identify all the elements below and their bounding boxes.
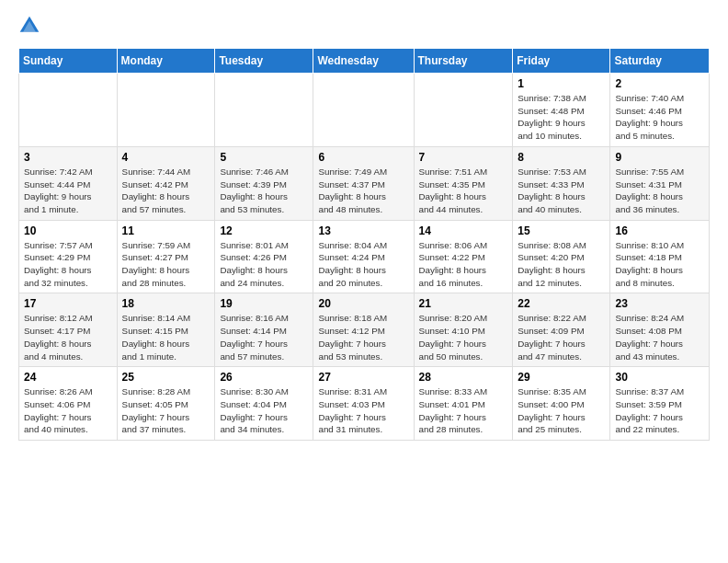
calendar-cell: 18Sunrise: 8:14 AM Sunset: 4:15 PM Dayli… xyxy=(117,293,215,367)
day-info: Sunrise: 7:46 AM Sunset: 4:39 PM Dayligh… xyxy=(220,166,308,216)
weekday-header-monday: Monday xyxy=(117,49,215,74)
calendar-week-row: 17Sunrise: 8:12 AM Sunset: 4:17 PM Dayli… xyxy=(19,293,710,367)
weekday-header-sunday: Sunday xyxy=(19,49,118,74)
calendar-cell: 23Sunrise: 8:24 AM Sunset: 4:08 PM Dayli… xyxy=(610,293,710,367)
weekday-header-tuesday: Tuesday xyxy=(215,49,313,74)
calendar-cell: 13Sunrise: 8:04 AM Sunset: 4:24 PM Dayli… xyxy=(313,220,414,293)
day-number: 26 xyxy=(220,371,308,384)
day-info: Sunrise: 8:18 AM Sunset: 4:12 PM Dayligh… xyxy=(318,312,408,362)
calendar-cell: 26Sunrise: 8:30 AM Sunset: 4:04 PM Dayli… xyxy=(215,367,313,441)
calendar-week-row: 10Sunrise: 7:57 AM Sunset: 4:29 PM Dayli… xyxy=(19,220,710,293)
calendar-cell: 30Sunrise: 8:37 AM Sunset: 3:59 PM Dayli… xyxy=(610,367,710,441)
day-number: 8 xyxy=(518,151,605,164)
day-number: 14 xyxy=(419,224,508,237)
day-number: 13 xyxy=(318,224,408,237)
weekday-header-row: SundayMondayTuesdayWednesdayThursdayFrid… xyxy=(19,49,710,74)
day-number: 18 xyxy=(122,297,210,310)
day-info: Sunrise: 8:37 AM Sunset: 3:59 PM Dayligh… xyxy=(615,385,704,436)
calendar-cell xyxy=(117,74,215,147)
calendar-cell: 25Sunrise: 8:28 AM Sunset: 4:05 PM Dayli… xyxy=(117,367,215,441)
day-number: 9 xyxy=(615,151,704,164)
day-number: 29 xyxy=(518,371,605,384)
day-info: Sunrise: 8:04 AM Sunset: 4:24 PM Dayligh… xyxy=(318,239,408,290)
logo-icon xyxy=(18,15,40,37)
calendar-cell: 27Sunrise: 8:31 AM Sunset: 4:03 PM Dayli… xyxy=(313,367,414,441)
calendar-cell: 15Sunrise: 8:08 AM Sunset: 4:20 PM Dayli… xyxy=(513,220,610,293)
day-info: Sunrise: 7:51 AM Sunset: 4:35 PM Dayligh… xyxy=(419,166,508,216)
day-info: Sunrise: 7:44 AM Sunset: 4:42 PM Dayligh… xyxy=(122,166,210,216)
calendar-cell xyxy=(313,74,414,147)
calendar-cell: 10Sunrise: 7:57 AM Sunset: 4:29 PM Dayli… xyxy=(19,220,118,293)
day-info: Sunrise: 7:55 AM Sunset: 4:31 PM Dayligh… xyxy=(615,166,704,216)
day-number: 16 xyxy=(615,224,704,237)
calendar-cell: 21Sunrise: 8:20 AM Sunset: 4:10 PM Dayli… xyxy=(414,293,513,367)
calendar-cell: 6Sunrise: 7:49 AM Sunset: 4:37 PM Daylig… xyxy=(313,146,414,220)
calendar-cell: 11Sunrise: 7:59 AM Sunset: 4:27 PM Dayli… xyxy=(117,220,215,293)
weekday-header-friday: Friday xyxy=(513,49,610,74)
calendar-cell: 29Sunrise: 8:35 AM Sunset: 4:00 PM Dayli… xyxy=(513,367,610,441)
day-info: Sunrise: 8:35 AM Sunset: 4:00 PM Dayligh… xyxy=(518,385,605,436)
calendar-cell: 24Sunrise: 8:26 AM Sunset: 4:06 PM Dayli… xyxy=(19,367,118,441)
day-info: Sunrise: 8:20 AM Sunset: 4:10 PM Dayligh… xyxy=(419,312,508,362)
calendar-week-row: 24Sunrise: 8:26 AM Sunset: 4:06 PM Dayli… xyxy=(19,367,710,441)
calendar-cell: 17Sunrise: 8:12 AM Sunset: 4:17 PM Dayli… xyxy=(19,293,118,367)
day-number: 7 xyxy=(419,151,508,164)
day-info: Sunrise: 7:38 AM Sunset: 4:48 PM Dayligh… xyxy=(518,92,605,143)
calendar-cell: 1Sunrise: 7:38 AM Sunset: 4:48 PM Daylig… xyxy=(513,74,610,147)
weekday-header-thursday: Thursday xyxy=(414,49,513,74)
calendar-cell: 2Sunrise: 7:40 AM Sunset: 4:46 PM Daylig… xyxy=(610,74,710,147)
day-info: Sunrise: 7:59 AM Sunset: 4:27 PM Dayligh… xyxy=(122,239,210,290)
calendar-cell: 7Sunrise: 7:51 AM Sunset: 4:35 PM Daylig… xyxy=(414,146,513,220)
calendar-cell: 5Sunrise: 7:46 AM Sunset: 4:39 PM Daylig… xyxy=(215,146,313,220)
day-info: Sunrise: 8:12 AM Sunset: 4:17 PM Dayligh… xyxy=(24,312,112,362)
day-info: Sunrise: 8:33 AM Sunset: 4:01 PM Dayligh… xyxy=(419,385,508,436)
weekday-header-saturday: Saturday xyxy=(610,49,710,74)
day-number: 30 xyxy=(615,371,704,384)
day-info: Sunrise: 8:24 AM Sunset: 4:08 PM Dayligh… xyxy=(615,312,704,362)
calendar-cell: 3Sunrise: 7:42 AM Sunset: 4:44 PM Daylig… xyxy=(19,146,118,220)
page-header xyxy=(18,15,710,37)
calendar-table: SundayMondayTuesdayWednesdayThursdayFrid… xyxy=(18,48,710,441)
day-number: 10 xyxy=(24,224,112,237)
calendar-week-row: 3Sunrise: 7:42 AM Sunset: 4:44 PM Daylig… xyxy=(19,146,710,220)
day-info: Sunrise: 8:14 AM Sunset: 4:15 PM Dayligh… xyxy=(122,312,210,362)
day-info: Sunrise: 8:22 AM Sunset: 4:09 PM Dayligh… xyxy=(518,312,605,362)
day-number: 28 xyxy=(419,371,508,384)
day-info: Sunrise: 8:16 AM Sunset: 4:14 PM Dayligh… xyxy=(220,312,308,362)
day-number: 27 xyxy=(318,371,408,384)
calendar-cell: 19Sunrise: 8:16 AM Sunset: 4:14 PM Dayli… xyxy=(215,293,313,367)
calendar-cell: 12Sunrise: 8:01 AM Sunset: 4:26 PM Dayli… xyxy=(215,220,313,293)
calendar-cell: 4Sunrise: 7:44 AM Sunset: 4:42 PM Daylig… xyxy=(117,146,215,220)
day-number: 4 xyxy=(122,151,210,164)
day-info: Sunrise: 8:28 AM Sunset: 4:05 PM Dayligh… xyxy=(122,385,210,436)
day-number: 20 xyxy=(318,297,408,310)
day-number: 21 xyxy=(419,297,508,310)
logo xyxy=(18,15,44,37)
weekday-header-wednesday: Wednesday xyxy=(313,49,414,74)
day-number: 6 xyxy=(318,151,408,164)
calendar-cell: 9Sunrise: 7:55 AM Sunset: 4:31 PM Daylig… xyxy=(610,146,710,220)
day-number: 11 xyxy=(122,224,210,237)
day-info: Sunrise: 8:31 AM Sunset: 4:03 PM Dayligh… xyxy=(318,385,408,436)
calendar-cell: 22Sunrise: 8:22 AM Sunset: 4:09 PM Dayli… xyxy=(513,293,610,367)
calendar-cell: 28Sunrise: 8:33 AM Sunset: 4:01 PM Dayli… xyxy=(414,367,513,441)
day-info: Sunrise: 7:49 AM Sunset: 4:37 PM Dayligh… xyxy=(318,166,408,216)
calendar-cell: 20Sunrise: 8:18 AM Sunset: 4:12 PM Dayli… xyxy=(313,293,414,367)
day-number: 2 xyxy=(615,77,704,90)
calendar-cell xyxy=(414,74,513,147)
calendar-cell: 14Sunrise: 8:06 AM Sunset: 4:22 PM Dayli… xyxy=(414,220,513,293)
day-info: Sunrise: 7:40 AM Sunset: 4:46 PM Dayligh… xyxy=(615,92,704,143)
day-info: Sunrise: 7:42 AM Sunset: 4:44 PM Dayligh… xyxy=(24,166,112,216)
day-info: Sunrise: 7:53 AM Sunset: 4:33 PM Dayligh… xyxy=(518,166,605,216)
calendar-week-row: 1Sunrise: 7:38 AM Sunset: 4:48 PM Daylig… xyxy=(19,74,710,147)
calendar-cell xyxy=(19,74,118,147)
day-number: 23 xyxy=(615,297,704,310)
day-number: 15 xyxy=(518,224,605,237)
calendar-cell xyxy=(215,74,313,147)
day-number: 22 xyxy=(518,297,605,310)
day-info: Sunrise: 8:08 AM Sunset: 4:20 PM Dayligh… xyxy=(518,239,605,290)
day-info: Sunrise: 8:26 AM Sunset: 4:06 PM Dayligh… xyxy=(24,385,112,436)
day-number: 3 xyxy=(24,151,112,164)
day-info: Sunrise: 8:01 AM Sunset: 4:26 PM Dayligh… xyxy=(220,239,308,290)
day-info: Sunrise: 8:30 AM Sunset: 4:04 PM Dayligh… xyxy=(220,385,308,436)
